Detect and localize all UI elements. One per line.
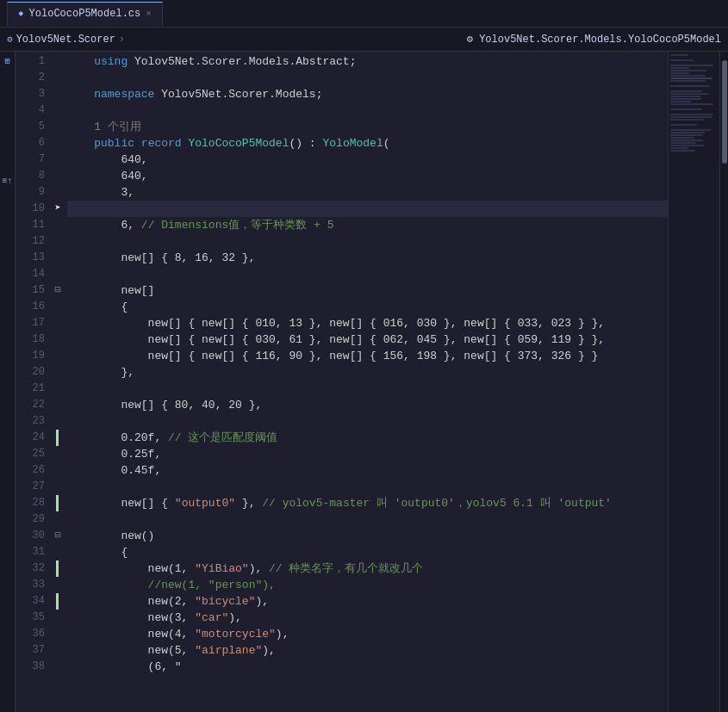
code-line-25: 0.25f, [67,446,668,462]
gutter-indicator-32 [52,560,64,577]
line-number-17: 17 [16,315,45,331]
code-line-35: new(3, "car"), [67,610,668,626]
line-number-28: 28 [16,495,45,511]
line-number-6: 6 [16,135,45,152]
tab-close-button[interactable]: × [146,9,152,19]
token: // yolov5-master 叫 'output0'，yolov5 6.1 … [262,495,612,511]
gutter-indicator-24 [52,430,64,446]
token: "car" [195,610,228,626]
token: (6, " [67,659,182,675]
active-tab[interactable]: ● YoloCocoP5Model.cs × [7,2,163,26]
gutter-indicator-11 [52,217,64,233]
gutter-indicator-5 [52,119,64,135]
gutter-indicator-27 [52,479,64,495]
gutter-indicator-1 [52,53,64,70]
token: "person" [208,577,262,593]
code-editor[interactable]: using Yolov5Net.Scorer.Models.Abstract; … [64,52,668,712]
minimap-line [670,90,702,92]
line-number-20: 20 [16,364,45,381]
line-number-11: 11 [16,217,45,233]
token: // 这个是匹配度阈值 [168,430,277,446]
token: 640, [67,152,148,168]
token: new[] [67,282,154,299]
fold-icon[interactable]: ⊟ [54,284,60,296]
line-number-37: 37 [16,642,45,659]
code-line-26: 0.45f, [67,462,668,479]
line-number-34: 34 [16,593,45,610]
token: 0.25f, [67,446,161,462]
line-number-14: 14 [16,266,45,282]
sidebar-icon-1: ⊞ [4,53,9,70]
code-line-2 [67,70,668,86]
breadcrumb-right-text[interactable]: ⚙ Yolov5Net.Scorer.Models.YoloCocoP5Mode… [467,33,721,46]
minimap-line [670,119,704,121]
line-number-8: 8 [16,168,45,184]
code-line-13: new[] { 8, 16, 32 }, [67,250,668,266]
code-line-18: new[] { new[] { 030, 61 }, new[] { 062, … [67,331,668,348]
code-line-31: { [67,544,668,560]
minimap-line [670,142,696,144]
gutter-indicator-9 [52,184,64,201]
code-line-21 [67,381,668,397]
token: new(3, [67,610,195,626]
code-line-9: 3, [67,184,668,201]
gutter-indicator-34 [52,593,64,610]
gutter-indicator-12 [52,233,64,250]
code-line-6: public record YoloCocoP5Model() : YoloMo… [67,135,668,152]
minimap-line [670,98,701,100]
token: new[] { new[] { 116, 90 }, new[] { 156, … [67,348,598,364]
token: new() [67,528,154,544]
title-bar: ● YoloCocoP5Model.cs × [0,0,728,28]
minimap-line [670,70,706,71]
code-line-7: 640, [67,152,668,168]
token: "motorcycle" [195,626,276,642]
gutter-indicator-7 [52,152,64,168]
gutter-indicator-13 [52,250,64,266]
fold-icon[interactable]: ⊟ [54,529,60,542]
token: ), [255,593,269,610]
line-number-22: 22 [16,397,45,413]
vertical-scrollbar[interactable] [719,52,728,712]
left-sidebar-gutter: ⊞ ≡↑ [0,52,16,712]
gutter-indicator-14 [52,266,64,282]
gutter-indicator-28 [52,495,64,511]
code-line-32: new(1, "YiBiao"), // 种类名字，有几个就改几个 [67,560,668,577]
gutter-indicator-23 [52,413,64,430]
token: ), [262,642,276,659]
token: { [67,544,128,560]
token: new[] { [67,495,175,511]
minimap-line [670,137,694,139]
breadcrumb-left-text[interactable]: Yolov5Net.Scorer [16,34,115,46]
minimap-line [670,75,706,77]
minimap-line [670,139,703,141]
line-number-35: 35 [16,610,45,626]
token: using [67,53,134,70]
code-line-22: new[] { 80, 40, 20 }, [67,397,668,413]
gutter-indicator-26 [52,462,64,479]
line-number-2: 2 [16,70,45,86]
gutter-indicator-31 [52,544,64,560]
gutter-indicator-33 [52,577,64,593]
code-line-11: 6, // Dimensions值，等于种类数 + 5 [67,217,668,233]
minimap-line [670,72,689,74]
scrollbar-thumb[interactable] [722,60,727,164]
minimap-line [670,108,702,110]
token: ), [228,610,242,626]
line-number-15: 15 [16,282,45,299]
minimap [668,52,719,712]
minimap-line [670,67,689,69]
minimap-line [670,134,703,136]
line-number-38: 38 [16,659,45,675]
code-line-3: namespace Yolov5Net.Scorer.Models; [67,86,668,102]
gutter-indicator-37 [52,642,64,659]
minimap-line [670,59,694,61]
token [67,201,121,217]
gutter-indicator-18 [52,331,64,348]
code-line-36: new(4, "motorcycle"), [67,626,668,642]
code-line-30: new() [67,528,668,544]
gutter-indicator-22 [52,397,64,413]
line-number-5: 5 [16,119,45,135]
token: ( [383,135,390,152]
line-number-24: 24 [16,430,45,446]
code-line-14 [67,266,668,282]
